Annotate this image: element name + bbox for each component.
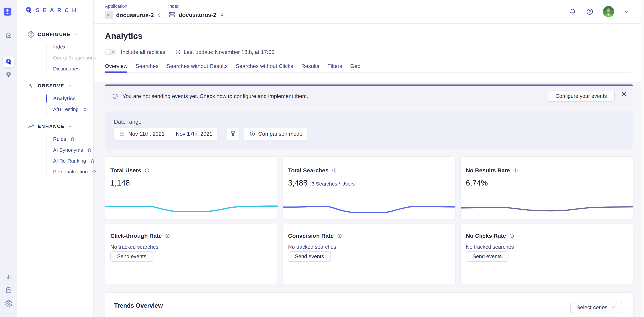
tab-geo[interactable]: Geo xyxy=(350,63,360,69)
sidebar-item-label: Rules xyxy=(53,136,66,142)
clock-icon xyxy=(175,49,181,55)
tab-filters[interactable]: Filters xyxy=(328,63,342,69)
tabs-baseline xyxy=(105,72,630,73)
send-events-button[interactable]: Send events xyxy=(110,252,153,262)
data-sources-icon[interactable] xyxy=(0,286,17,294)
comparison-mode-button[interactable]: Comparison mode xyxy=(244,128,308,140)
star-icon[interactable] xyxy=(90,158,95,164)
date-range-picker[interactable]: Nov 11th, 2021 Nov 17th, 2021 xyxy=(114,128,217,140)
search-brand[interactable]: SEARCH xyxy=(25,6,80,14)
sidebar-item-dictionaries[interactable]: Dictionaries xyxy=(53,65,80,73)
tab-searches-without-clicks[interactable]: Searches without Clicks xyxy=(236,63,293,69)
home-icon[interactable] xyxy=(0,32,17,39)
stat-card-no-results-rate: No Results Rate 6.74% xyxy=(460,156,633,219)
recommend-bulb-icon[interactable] xyxy=(0,71,17,78)
rail-divider xyxy=(2,24,12,24)
funnel-icon xyxy=(230,130,236,137)
select-arrows-icon xyxy=(220,12,224,17)
sidebar-item-analytics[interactable]: Analytics xyxy=(53,95,76,102)
send-events-button[interactable]: Send events xyxy=(288,252,330,262)
application-badge: D2 xyxy=(105,11,113,19)
comparison-mode-label: Comparison mode xyxy=(258,131,302,137)
sidebar-item-index[interactable]: Index xyxy=(53,43,66,51)
trending-up-icon xyxy=(28,123,34,130)
info-icon[interactable] xyxy=(144,168,150,173)
stat-card-total-searches: Total Searches 3,488 3 Searches / Users xyxy=(282,156,455,219)
sidebar-item-ab-testing[interactable]: A/B Testing xyxy=(53,106,88,113)
star-icon[interactable] xyxy=(70,136,75,142)
select-series-label: Select series xyxy=(576,304,608,310)
chevron-down-icon xyxy=(74,32,79,37)
stat-title: Total Users xyxy=(110,167,141,174)
info-icon[interactable] xyxy=(337,233,342,238)
main-content: You are not sending events yet. Check ho… xyxy=(94,82,641,317)
index-selector: Index docusaurus-2 xyxy=(168,4,224,18)
sidebar-item-ai-synonyms[interactable]: AI Synonyms xyxy=(53,146,92,154)
send-events-button[interactable]: Send events xyxy=(466,252,508,262)
tab-results[interactable]: Results xyxy=(301,63,319,69)
sidebar-item-label: Dictionaries xyxy=(53,66,80,72)
account-menu-chevron-icon[interactable] xyxy=(623,8,629,15)
page-header: Analytics Include all replicas Last upda… xyxy=(94,24,641,82)
sidebar-item-label: AI Synonyms xyxy=(53,147,83,153)
stat-note: 3 Searches / Users xyxy=(312,181,354,187)
sidebar-item-rules[interactable]: Rules xyxy=(53,135,75,143)
stat-title: Conversion Rate xyxy=(288,232,334,239)
calendar-icon xyxy=(119,130,125,137)
banner-accent-bar xyxy=(105,84,633,86)
chevron-down-icon xyxy=(68,124,73,129)
trends-title: Trends Overview xyxy=(114,302,163,309)
banner-close-icon[interactable] xyxy=(620,90,627,97)
empty-state-text: No tracked searches xyxy=(288,244,336,250)
search-product-icon[interactable] xyxy=(3,56,14,67)
nav-section-observe[interactable]: OBSERVE xyxy=(28,82,72,90)
select-series-button[interactable]: Select series xyxy=(570,302,622,313)
empty-state-text: No tracked searches xyxy=(110,244,158,250)
vertical-scrollbar[interactable] xyxy=(641,0,644,317)
nav-section-enhance[interactable]: ENHANCE xyxy=(28,123,73,130)
stat-card-conversion-rate: Conversion Rate No tracked searches Send… xyxy=(282,224,455,285)
sidebar-item-label: Personalization xyxy=(53,169,88,174)
stats-row-2: Click-through Rate No tracked searches S… xyxy=(105,224,633,285)
user-avatar[interactable] xyxy=(603,6,614,17)
sidebar-item-personalization[interactable]: Personalization xyxy=(53,168,97,176)
index-select[interactable]: docusaurus-2 xyxy=(168,11,224,18)
star-icon[interactable] xyxy=(92,169,97,174)
nav-section-label: ENHANCE xyxy=(38,124,64,129)
tab-overview[interactable]: Overview xyxy=(105,63,128,69)
help-icon[interactable] xyxy=(586,8,594,16)
date-separator xyxy=(170,130,170,138)
filter-funnel-button[interactable] xyxy=(227,128,239,140)
application-select[interactable]: D2 docusaurus-2 xyxy=(105,11,162,19)
stat-value: 1,148 xyxy=(110,178,130,188)
sidebar-item-label: Analytics xyxy=(53,96,76,102)
sidebar-item-ai-re-ranking[interactable]: AI Re-Ranking xyxy=(53,157,95,165)
notifications-bell-icon[interactable] xyxy=(569,8,576,16)
toggle-off-x-icon xyxy=(112,50,115,54)
nav-section-configure[interactable]: CONFIGURE xyxy=(28,31,79,38)
star-icon[interactable] xyxy=(87,147,92,153)
tab-searches-without-results[interactable]: Searches without Results xyxy=(167,63,228,69)
settings-gear-icon[interactable] xyxy=(0,300,17,308)
total-searches-sparkline xyxy=(283,199,455,215)
banner-message: You are not sending events yet. Check ho… xyxy=(122,93,308,99)
info-icon[interactable] xyxy=(165,233,170,238)
sidebar-item-label: AI Re-Ranking xyxy=(53,158,86,164)
info-icon[interactable] xyxy=(513,168,518,173)
index-icon xyxy=(168,11,176,18)
usage-chart-icon[interactable] xyxy=(0,273,17,281)
tab-searches[interactable]: Searches xyxy=(136,63,158,69)
application-label: Application xyxy=(105,4,162,9)
sidebar-item-query-suggestions[interactable]: Query Suggestions xyxy=(53,54,96,62)
info-icon[interactable] xyxy=(332,168,337,173)
configure-events-button[interactable]: Configure your events xyxy=(548,91,614,102)
include-replicas-toggle[interactable] xyxy=(105,49,116,55)
star-icon[interactable] xyxy=(82,106,88,112)
info-circle-icon xyxy=(112,93,118,100)
page-title: Analytics xyxy=(105,31,142,41)
nav-section-label: OBSERVE xyxy=(38,83,64,88)
info-icon[interactable] xyxy=(509,233,514,238)
application-value: docusaurus-2 xyxy=(116,12,154,18)
index-label: Index xyxy=(168,4,224,9)
app-logo-tile[interactable] xyxy=(4,8,11,16)
